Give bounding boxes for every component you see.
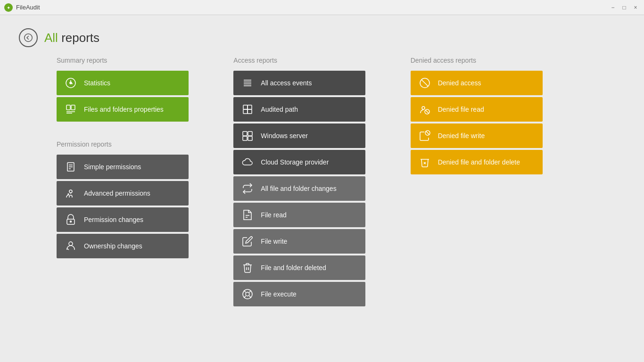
permission-changes-item[interactable]: Permission changes	[57, 207, 189, 232]
statistics-item[interactable]: Statistics	[57, 71, 189, 95]
advanced-permissions-icon	[64, 187, 77, 200]
svg-rect-25	[243, 109, 248, 114]
file-write-item[interactable]: File write	[233, 229, 365, 254]
middle-column: Access reports All access events	[233, 57, 410, 306]
svg-line-37	[244, 296, 246, 298]
ownership-changes-item[interactable]: Ownership changes	[57, 234, 189, 258]
page-header: All reports	[0, 15, 644, 57]
svg-rect-6	[71, 105, 75, 110]
advanced-permissions-label: Advanced permissions	[84, 189, 150, 197]
maximize-button[interactable]: □	[619, 3, 629, 12]
ownership-changes-label: Ownership changes	[84, 242, 142, 250]
svg-point-13	[69, 190, 72, 193]
denied-file-folder-delete-item[interactable]: Denied file and folder delete	[411, 150, 543, 174]
summary-reports-section: Summary reports Statistics	[57, 57, 233, 122]
svg-line-43	[425, 110, 429, 114]
cloud-storage-label: Cloud Storage provider	[261, 158, 329, 166]
all-access-events-item[interactable]: All access events	[233, 71, 365, 95]
svg-point-2	[25, 34, 33, 42]
denied-file-folder-delete-label: Denied file and folder delete	[438, 158, 520, 166]
ownership-changes-icon	[64, 239, 77, 253]
file-folder-deleted-icon	[241, 261, 254, 274]
svg-line-35	[244, 290, 246, 292]
denied-file-read-label: Denied file read	[438, 106, 484, 113]
simple-permissions-label: Simple permissions	[84, 163, 141, 171]
files-folders-properties-item[interactable]: Files and folders properties	[57, 97, 189, 122]
denied-file-write-item[interactable]: Denied file write	[411, 123, 543, 148]
simple-permissions-item[interactable]: Simple permissions	[57, 155, 189, 179]
denied-access-icon	[418, 76, 431, 90]
svg-point-34	[246, 292, 249, 296]
svg-rect-27	[243, 132, 247, 136]
all-access-icon	[241, 76, 254, 90]
title-highlight: All	[44, 31, 58, 45]
denied-access-reports-heading: Denied access reports	[411, 57, 587, 64]
denied-file-write-label: Denied file write	[438, 132, 485, 140]
file-read-icon	[241, 208, 254, 222]
left-column: Summary reports Statistics	[57, 57, 233, 258]
access-report-items: All access events Audited path	[233, 71, 410, 306]
audited-path-icon	[241, 103, 254, 116]
audited-path-label: Audited path	[261, 106, 298, 113]
svg-rect-5	[66, 105, 70, 110]
main-content: All reports Summary reports	[0, 15, 644, 362]
right-column: Denied access reports Denied access	[411, 57, 587, 174]
back-button[interactable]	[19, 28, 38, 47]
svg-rect-23	[243, 105, 248, 109]
title-rest: reports	[58, 31, 99, 45]
denied-file-read-item[interactable]: Denied file read	[411, 97, 543, 122]
cloud-storage-item[interactable]: Cloud Storage provider	[233, 150, 365, 174]
file-write-icon	[241, 235, 254, 248]
svg-line-38	[249, 290, 251, 292]
statistics-icon	[64, 76, 77, 90]
permission-changes-label: Permission changes	[84, 216, 143, 223]
file-read-label: File read	[261, 211, 286, 219]
app-title: FileAudit	[16, 4, 40, 11]
denied-access-label: Denied access	[438, 79, 481, 87]
denied-file-read-icon	[418, 103, 431, 116]
svg-point-17	[69, 242, 73, 246]
denied-access-item[interactable]: Denied access	[411, 71, 543, 95]
file-execute-icon	[241, 288, 254, 301]
summary-reports-heading: Summary reports	[57, 57, 233, 64]
close-button[interactable]: ×	[631, 3, 640, 12]
reports-grid: Summary reports Statistics	[0, 57, 644, 362]
permission-reports-heading: Permission reports	[57, 140, 233, 148]
windows-server-icon	[241, 129, 254, 142]
all-file-folder-changes-label: All file and folder changes	[261, 185, 336, 192]
app-logo-icon: ✦	[4, 3, 13, 12]
denied-file-folder-delete-icon	[418, 156, 431, 169]
svg-point-41	[422, 107, 425, 109]
file-folder-deleted-label: File and folder deleted	[261, 264, 326, 272]
window-controls: − □ ×	[608, 3, 640, 12]
all-access-events-label: All access events	[261, 79, 312, 87]
svg-rect-24	[248, 105, 252, 109]
denied-access-report-items: Denied access Denied file read	[411, 71, 587, 174]
minimize-button[interactable]: −	[608, 3, 618, 12]
denied-file-write-icon	[418, 129, 431, 142]
svg-point-4	[70, 82, 72, 84]
windows-server-label: Windows server	[261, 132, 308, 140]
svg-rect-30	[248, 136, 252, 140]
windows-server-item[interactable]: Windows server	[233, 123, 365, 148]
file-folder-deleted-item[interactable]: File and folder deleted	[233, 255, 365, 280]
svg-point-16	[70, 221, 72, 222]
permission-reports-section: Permission reports Simple permissions	[57, 140, 233, 258]
file-execute-item[interactable]: File execute	[233, 282, 365, 306]
audited-path-item[interactable]: Audited path	[233, 97, 365, 122]
permission-changes-icon	[64, 213, 77, 226]
permission-report-items: Simple permissions Advanced permissions	[57, 155, 233, 258]
titlebar: ✦ FileAudit − □ ×	[0, 0, 644, 15]
svg-point-14	[68, 194, 69, 195]
back-arrow-icon	[24, 33, 33, 42]
files-folders-label: Files and folders properties	[84, 106, 164, 113]
advanced-permissions-item[interactable]: Advanced permissions	[57, 181, 189, 206]
svg-line-45	[426, 131, 429, 135]
file-write-label: File write	[261, 238, 287, 245]
file-read-item[interactable]: File read	[233, 203, 365, 227]
app-logo: ✦ FileAudit	[4, 3, 40, 12]
all-file-folder-changes-item[interactable]: All file and folder changes	[233, 176, 365, 201]
summary-report-items: Statistics Files and folders properties	[57, 71, 233, 122]
access-reports-heading: Access reports	[233, 57, 410, 64]
svg-rect-26	[248, 109, 252, 114]
